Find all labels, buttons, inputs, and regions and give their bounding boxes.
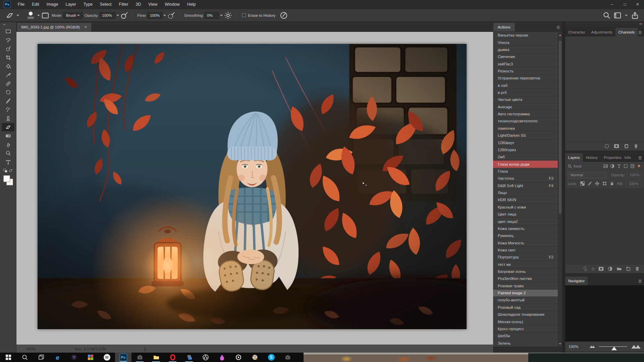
menu-item[interactable]: Window [161, 0, 183, 9]
delete-channel-icon[interactable] [633, 143, 639, 149]
chevron-down-icon[interactable] [163, 15, 166, 17]
status-options-arrow-icon[interactable]: ❯ [125, 347, 147, 351]
action-item[interactable]: Light/Darken SS [493, 132, 558, 139]
panel-menu-icon[interactable]: ☰ [638, 31, 644, 37]
brush-preset-picker[interactable]: 1900 [25, 11, 36, 19]
action-item[interactable]: Шебби [493, 333, 558, 340]
action-item[interactable]: цвет лица2 [493, 218, 558, 225]
menu-item[interactable]: Edit [28, 0, 43, 9]
zoom-slider-thumb[interactable] [611, 344, 617, 350]
swap-colors-icon[interactable] [9, 168, 13, 174]
action-item[interactable]: 1280верт [493, 139, 558, 146]
panel-menu-icon[interactable]: ☰ [638, 156, 644, 162]
action-item[interactable]: Painted image 2 [493, 290, 558, 297]
smart-object-filter-icon[interactable] [630, 164, 635, 169]
action-item[interactable]: 2мб [493, 154, 558, 161]
smoothing-options-gear-icon[interactable] [224, 11, 232, 20]
action-item[interactable]: Шоколадное тонирование [493, 311, 558, 318]
tab-actions[interactable]: Actions [493, 23, 515, 32]
eraser-tool[interactable] [2, 123, 14, 131]
lock-pixels-icon[interactable] [588, 181, 592, 186]
type-layer-filter-icon[interactable] [616, 164, 622, 169]
action-item[interactable]: тест мк [493, 261, 558, 268]
search-icon[interactable] [16, 353, 33, 362]
action-item[interactable]: хайПас3 [493, 60, 558, 67]
layer-group-icon[interactable] [616, 266, 622, 272]
crop-tool[interactable] [2, 53, 14, 62]
rectangular-marquee-tool[interactable] [2, 27, 14, 36]
paint-app-icon[interactable] [247, 353, 263, 362]
tab-adjustments[interactable]: Adjustments [588, 28, 615, 37]
action-item[interactable]: Розовый сад [493, 304, 558, 311]
action-item[interactable]: D&B Soft Light F4 [493, 182, 558, 189]
chevron-down-icon[interactable] [37, 15, 40, 17]
layers-opacity-input[interactable]: 100% [627, 172, 641, 178]
action-item[interactable]: Свечение [493, 53, 558, 60]
task-view-icon[interactable] [33, 353, 49, 362]
action-item[interactable]: дымка [493, 46, 558, 53]
screen-recorder-icon[interactable] [131, 353, 148, 362]
gradient-tool[interactable] [2, 132, 14, 140]
patch-tool[interactable] [2, 88, 14, 97]
tab-info[interactable]: Info [622, 153, 634, 162]
action-item[interactable]: Глаза колор додж [493, 161, 558, 168]
erase-to-history-checkbox[interactable] [242, 13, 246, 17]
navigator-preview[interactable] [565, 285, 644, 342]
protect-app-icon[interactable] [66, 353, 82, 362]
action-item[interactable]: в лаб [493, 82, 558, 89]
status-zoom-value[interactable]: 100% [16, 347, 56, 351]
type-tool[interactable] [2, 158, 14, 166]
tab-navigator[interactable]: Navigator [565, 277, 588, 285]
chevron-down-icon[interactable] [625, 15, 628, 17]
workspace-switcher-icon[interactable] [613, 11, 622, 20]
action-item[interactable]: тенихолод\светатепло [493, 118, 558, 125]
action-item[interactable]: Глаза [493, 168, 558, 175]
action-item[interactable]: Viveza [493, 39, 558, 46]
tab-layers[interactable]: Layers [565, 153, 583, 162]
navigator-zoom-value[interactable]: 100% [569, 345, 578, 349]
menu-item[interactable]: Type [80, 0, 96, 9]
brush-settings-panel-icon[interactable] [41, 11, 50, 20]
zoom-slider[interactable] [599, 346, 627, 347]
dodge-tool[interactable] [2, 149, 14, 158]
lock-artboard-icon[interactable] [602, 181, 607, 186]
action-item[interactable]: в ргб [493, 89, 558, 96]
tab-channels[interactable]: Channels [615, 28, 638, 37]
skype-icon[interactable]: S [263, 353, 279, 362]
clone-stamp-tool[interactable] [2, 114, 14, 123]
flow-input[interactable]: 100% [147, 12, 162, 19]
load-selection-icon[interactable] [604, 143, 609, 149]
adjustment-layer-icon[interactable] [607, 266, 613, 272]
tab-properties[interactable]: Properties [601, 153, 621, 162]
scroll-down-icon[interactable] [558, 342, 562, 346]
zoom-in-icon[interactable] [631, 345, 641, 349]
lasso-tool[interactable] [2, 36, 14, 44]
layer-mask-icon[interactable] [598, 266, 604, 272]
action-item[interactable]: Кожа свежесть [493, 225, 558, 232]
color-drop-app-icon[interactable] [214, 353, 230, 362]
action-item[interactable]: Лицо [493, 189, 558, 196]
adjustment-layer-filter-icon[interactable] [610, 164, 615, 169]
action-item[interactable]: Резкость [493, 68, 558, 75]
action-item[interactable]: Мягкая осень) [493, 318, 558, 325]
wondershare-app-icon[interactable]: W [99, 353, 115, 362]
mode-dropdown[interactable]: Brush [63, 12, 83, 19]
erase-to-history-brush-icon[interactable] [279, 11, 288, 20]
default-colors-icon[interactable] [3, 168, 7, 174]
menu-item[interactable]: Layer [62, 0, 79, 9]
shape-layer-filter-icon[interactable] [623, 164, 628, 169]
airbrush-icon[interactable] [167, 11, 176, 20]
canvas-photo[interactable] [38, 44, 467, 329]
foreground-color-swatch[interactable] [3, 175, 10, 182]
file-explorer-icon[interactable] [148, 353, 164, 362]
close-button[interactable]: ✕ [631, 0, 644, 9]
maximize-button[interactable]: □ [619, 0, 631, 9]
start-button[interactable] [0, 353, 16, 362]
eyedropper-tool[interactable] [2, 71, 14, 79]
photoshop-taskbar-icon[interactable]: Ps [115, 353, 131, 362]
healing-brush-tool[interactable] [2, 79, 14, 88]
paint-bucket-tool[interactable] [2, 62, 14, 70]
action-item[interactable]: Кросс-процесс [493, 325, 558, 333]
menu-item[interactable]: Filter [115, 0, 132, 9]
chevron-down-icon[interactable] [116, 15, 119, 17]
